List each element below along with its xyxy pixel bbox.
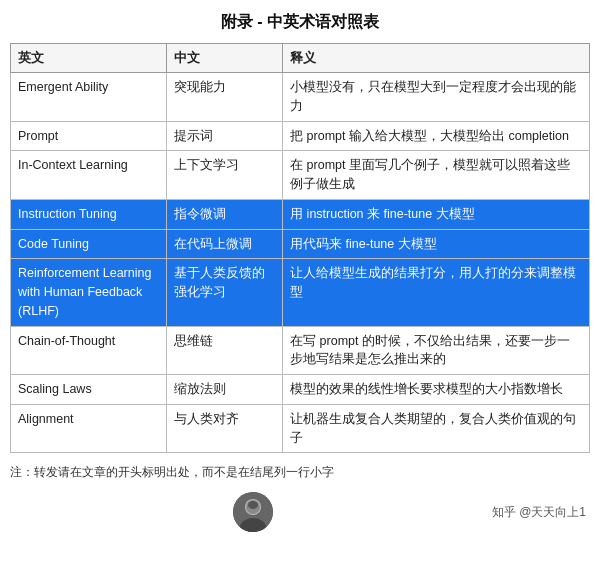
- avatar-circle: [233, 492, 273, 532]
- cell-en: In-Context Learning: [11, 151, 167, 200]
- table-row: In-Context Learning上下文学习在 prompt 里面写几个例子…: [11, 151, 590, 200]
- avatar-svg: [233, 492, 273, 532]
- table-row: Instruction Tuning指令微调用 instruction 来 fi…: [11, 199, 590, 229]
- cell-zh: 思维链: [167, 326, 283, 375]
- cell-def: 模型的效果的线性增长要求模型的大小指数增长: [283, 375, 590, 405]
- cell-def: 用 instruction 来 fine-tune 大模型: [283, 199, 590, 229]
- cell-def: 把 prompt 输入给大模型，大模型给出 completion: [283, 121, 590, 151]
- cell-def: 用代码来 fine-tune 大模型: [283, 229, 590, 259]
- cell-zh: 指令微调: [167, 199, 283, 229]
- cell-def: 让机器生成复合人类期望的，复合人类价值观的句子: [283, 404, 590, 453]
- cell-def: 在 prompt 里面写几个例子，模型就可以照着这些例子做生成: [283, 151, 590, 200]
- cell-en: Prompt: [11, 121, 167, 151]
- page-title: 附录 - 中英术语对照表: [10, 12, 590, 33]
- glossary-table: 英文 中文 释义 Emergent Ability突现能力小模型没有，只在模型大…: [10, 43, 590, 453]
- cell-zh: 基于人类反馈的强化学习: [167, 259, 283, 326]
- cell-en: Chain-of-Thought: [11, 326, 167, 375]
- table-row: Alignment与人类对齐让机器生成复合人类期望的，复合人类价值观的句子: [11, 404, 590, 453]
- cell-def: 让人给模型生成的结果打分，用人打的分来调整模型: [283, 259, 590, 326]
- table-row: Scaling Laws缩放法则模型的效果的线性增长要求模型的大小指数增长: [11, 375, 590, 405]
- header-def: 释义: [283, 44, 590, 73]
- cell-en: Reinforcement Learning with Human Feedba…: [11, 259, 167, 326]
- cell-en: Code Tuning: [11, 229, 167, 259]
- cell-zh: 缩放法则: [167, 375, 283, 405]
- cell-def: 在写 prompt 的时候，不仅给出结果，还要一步一步地写结果是怎么推出来的: [283, 326, 590, 375]
- footer-note: 注：转发请在文章的开头标明出处，而不是在结尾列一行小字: [10, 463, 590, 482]
- table-header-row: 英文 中文 释义: [11, 44, 590, 73]
- table-row: Code Tuning在代码上微调用代码来 fine-tune 大模型: [11, 229, 590, 259]
- header-zh: 中文: [167, 44, 283, 73]
- cell-zh: 在代码上微调: [167, 229, 283, 259]
- svg-point-4: [248, 501, 258, 509]
- table-row: Reinforcement Learning with Human Feedba…: [11, 259, 590, 326]
- cell-en: Scaling Laws: [11, 375, 167, 405]
- header-en: 英文: [11, 44, 167, 73]
- table-row: Chain-of-Thought思维链在写 prompt 的时候，不仅给出结果，…: [11, 326, 590, 375]
- table-row: Prompt提示词把 prompt 输入给大模型，大模型给出 completio…: [11, 121, 590, 151]
- table-row: Emergent Ability突现能力小模型没有，只在模型大到一定程度才会出现…: [11, 73, 590, 122]
- cell-en: Instruction Tuning: [11, 199, 167, 229]
- avatar: [233, 492, 273, 532]
- cell-en: Alignment: [11, 404, 167, 453]
- footer-bottom: 知乎 @天天向上1: [10, 492, 590, 532]
- cell-zh: 与人类对齐: [167, 404, 283, 453]
- page-wrapper: 附录 - 中英术语对照表 英文 中文 释义 Emergent Ability突现…: [0, 0, 600, 542]
- cell-en: Emergent Ability: [11, 73, 167, 122]
- cell-zh: 突现能力: [167, 73, 283, 122]
- cell-zh: 提示词: [167, 121, 283, 151]
- cell-zh: 上下文学习: [167, 151, 283, 200]
- zhihu-info: 知乎 @天天向上1: [492, 504, 586, 521]
- cell-def: 小模型没有，只在模型大到一定程度才会出现的能力: [283, 73, 590, 122]
